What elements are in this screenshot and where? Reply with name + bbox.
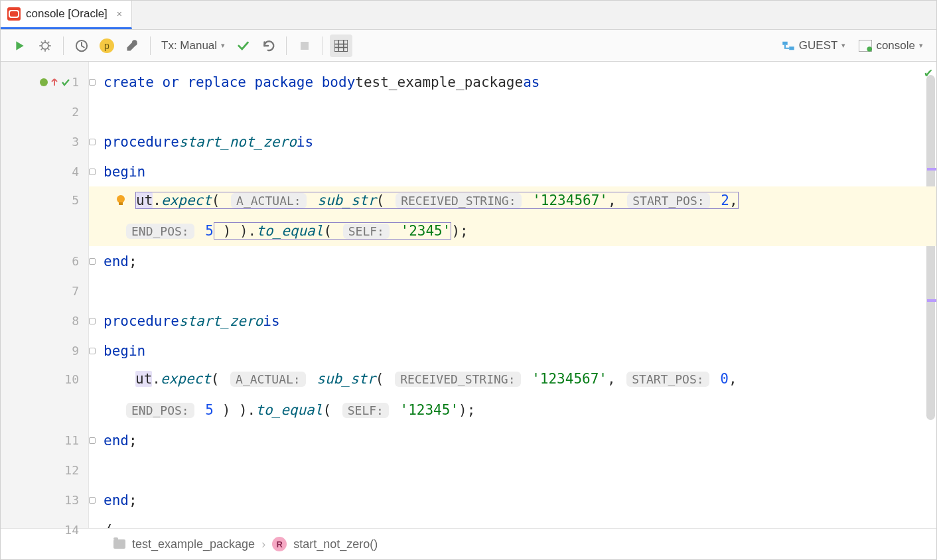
gutter-line[interactable]: 7 [1,276,88,306]
toolbar: p Tx: Manual ▾ GUEST ▾ console ▾ [1,30,936,62]
svg-rect-10 [301,42,309,50]
history-button[interactable] [70,35,93,57]
gutter-line[interactable]: 8 [1,306,88,336]
code-line[interactable]: end; [89,485,936,515]
breadcrumb-item[interactable]: test_example_package [132,537,255,551]
gutter-line[interactable]: 10 [1,366,88,425]
code-line[interactable]: end; [89,246,936,276]
stop-button[interactable] [293,35,316,57]
svg-point-20 [40,78,48,86]
gutter-line[interactable]: 12 [1,455,88,485]
svg-rect-16 [782,41,788,44]
separator [150,36,151,55]
gutter-line[interactable]: 9 [1,336,88,366]
code-line[interactable] [89,97,936,127]
settings-button[interactable] [121,35,143,57]
code-line[interactable] [89,276,936,306]
tx-mode-dropdown[interactable]: Tx: Manual ▾ [157,39,229,52]
code-line[interactable] [89,455,936,485]
code-line[interactable]: / [89,515,936,528]
p-button[interactable]: p [96,35,118,57]
svg-line-7 [48,41,50,43]
code-line[interactable]: ut.expect( A_ACTUAL: sub_str( RECEIVED_S… [89,186,936,246]
debug-button[interactable] [34,35,56,57]
breadcrumb: test_example_package › R start_not_zero(… [1,528,936,559]
code-line[interactable]: procedure start_not_zero is [89,127,936,157]
code-line[interactable]: end; [89,425,936,455]
svg-line-6 [48,48,50,50]
run-button[interactable] [9,35,31,57]
svg-rect-11 [334,40,348,52]
svg-point-0 [42,42,48,49]
session-dropdown[interactable]: console ▾ [853,39,928,52]
intention-bulb-icon[interactable] [114,194,127,207]
svg-rect-21 [119,202,123,205]
tx-label: Tx: Manual [161,39,217,52]
gutter: 1 2 3 4 5 6 7 8 9 10 11 12 13 14 [1,62,89,528]
breadcrumb-separator: › [261,537,265,551]
tab-bar: console [Oracle] × [1,1,936,30]
datasource-dropdown[interactable]: GUEST ▾ [776,39,851,52]
code-area[interactable]: ✔ create or replace package body test_ex… [89,62,936,528]
gutter-line[interactable]: 5 [1,186,88,246]
chevron-down-icon: ▾ [221,41,225,50]
gutter-line[interactable]: 6 [1,246,88,276]
svg-rect-17 [789,46,794,50]
commit-button[interactable] [232,35,254,57]
gutter-line[interactable]: 11 [1,425,88,455]
datasource-label: GUEST [799,39,838,52]
gutter-line[interactable]: 2 [1,97,88,127]
code-line[interactable]: procedure start_zero is [89,306,936,336]
code-line[interactable]: create or replace package body test_exam… [89,67,936,97]
separator [286,36,287,55]
code-line[interactable]: begin [89,157,936,186]
separator [323,36,323,55]
code-line[interactable]: ut.expect( A_ACTUAL: sub_str( RECEIVED_S… [89,366,936,425]
svg-line-8 [41,48,43,50]
session-label: console [876,39,915,52]
code-line[interactable]: begin [89,336,936,366]
gutter-line[interactable]: 1 [1,67,88,97]
gutter-line[interactable]: 13 [1,485,88,515]
separator [63,36,64,55]
breadcrumb-item[interactable]: start_not_zero() [293,537,378,551]
editor-tab[interactable]: console [Oracle] × [1,1,132,29]
close-icon[interactable]: × [117,9,122,19]
gutter-line[interactable]: 14 [1,515,88,545]
svg-line-5 [41,41,43,43]
svg-point-19 [867,46,873,52]
folder-icon [113,539,125,549]
gutter-line[interactable]: 4 [1,157,88,186]
routine-icon: R [272,537,287,551]
data-view-button[interactable] [330,35,352,57]
tab-title: console [Oracle] [26,7,108,21]
chevron-down-icon: ▾ [919,41,923,50]
gutter-line[interactable]: 3 [1,127,88,157]
rollback-button[interactable] [257,35,279,57]
editor: 1 2 3 4 5 6 7 8 9 10 11 12 13 14 ✔ creat… [1,62,936,528]
oracle-icon [7,7,21,21]
chevron-down-icon: ▾ [841,41,845,50]
